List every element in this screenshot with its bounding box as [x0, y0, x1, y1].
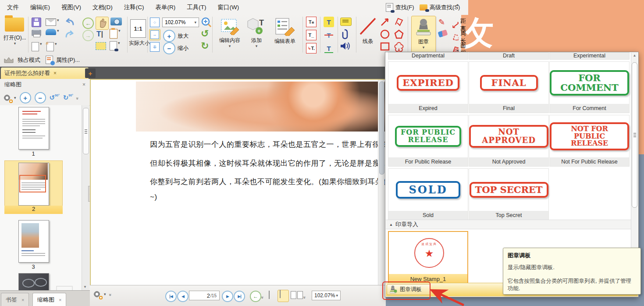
zoom-in-button[interactable]: +放大 — [163, 30, 189, 42]
actual-size-button[interactable]: 1:1 实际大小 — [129, 19, 147, 47]
typewriter-button[interactable]: T▦ — [306, 17, 317, 27]
scrollbar-thumb[interactable] — [632, 62, 637, 208]
stamp-item-expired[interactable]: EXPIRED Expired — [388, 61, 468, 113]
stamp-import-section-header[interactable]: ▲ 印章导入 — [386, 220, 632, 229]
search-doc-button[interactable]: ▾ — [110, 41, 120, 50]
line-tool-button[interactable]: 线条 — [359, 17, 377, 45]
rotate-cw-button[interactable]: ↻ — [201, 40, 209, 52]
single-page-layout-button[interactable] — [269, 291, 270, 299]
options-gear-icon[interactable] — [4, 94, 11, 101]
stamp-item-not-for-public-release[interactable]: NOT FOR PUBLIC RELEASE Not For Public Re… — [549, 115, 630, 167]
select-comments-button[interactable] — [96, 42, 106, 50]
pencil-tool-button[interactable]: ✎ — [438, 18, 445, 27]
viewport-rectangle[interactable] — [19, 175, 46, 192]
document-scrollbar[interactable] — [378, 80, 384, 285]
stamp-item-sold[interactable]: SOLD Sold — [388, 168, 468, 220]
print-button[interactable] — [32, 30, 41, 36]
highlight-text-button[interactable]: T — [324, 17, 334, 27]
more-icon[interactable]: » — [108, 293, 113, 295]
edit-form-button[interactable]: 编辑表单 — [270, 18, 300, 45]
previous-page-button[interactable]: ◀ — [177, 291, 189, 302]
thumb-zoom-in-button[interactable]: + — [20, 92, 31, 103]
thumb-zoom-out-button[interactable]: − — [35, 92, 46, 103]
close-icon[interactable]: × — [59, 297, 61, 302]
sticky-note-button[interactable] — [340, 18, 352, 26]
two-page-layout-button[interactable] — [291, 291, 303, 299]
fit-visible-button[interactable]: ⁜ — [150, 42, 160, 52]
tab-bookmarks[interactable]: 书签 × — [1, 293, 29, 306]
attach-file-button[interactable] — [341, 29, 349, 41]
back-button[interactable]: ← — [82, 18, 94, 29]
menu-comment[interactable]: 注释(C) — [124, 4, 144, 11]
view-history-more-icon[interactable]: » — [262, 292, 263, 300]
stamp-tool-button[interactable]: 图章 ▾ — [411, 16, 436, 54]
stamp-item-final[interactable]: FINAL Final — [469, 61, 549, 113]
last-page-button[interactable]: ▶| — [234, 291, 245, 302]
scrollbar-thumb[interactable] — [379, 82, 384, 174]
hand-tool-button[interactable] — [96, 17, 109, 30]
ellipse-tool-button[interactable] — [380, 29, 390, 41]
chevron-down-icon[interactable]: ▾ — [14, 96, 16, 100]
exclusive-mode-button[interactable]: 独占模式 — [4, 56, 40, 64]
stamp-item-not-approved[interactable]: NOT APPROVED Not Approved — [469, 115, 549, 167]
toolbar-overflow-icon[interactable]: ⏶ — [456, 3, 459, 7]
first-page-button[interactable]: |◀ — [165, 291, 177, 302]
sound-button[interactable] — [339, 41, 352, 53]
edit-content-button[interactable]: 编辑内容 ▾ — [216, 18, 244, 48]
menu-file[interactable]: 文件 — [7, 4, 19, 11]
menu-tools[interactable]: 工具(T) — [187, 4, 206, 11]
new-tab-button[interactable]: + — [85, 68, 96, 78]
email-button[interactable]: ▾ — [46, 18, 59, 26]
open-button[interactable]: 打开(O)... ▾ — [4, 18, 26, 46]
menu-form[interactable]: 表单(R) — [156, 4, 176, 11]
save-button[interactable] — [32, 18, 41, 27]
statusbar-zoom-combobox[interactable]: 102.07%▾ — [312, 291, 341, 300]
page-thumbnail-3[interactable] — [18, 220, 49, 263]
close-icon[interactable]: × — [21, 297, 24, 302]
more-tools-icon[interactable]: » — [75, 97, 80, 99]
layout-more-icon[interactable]: » — [304, 292, 306, 300]
next-page-button[interactable]: ▶ — [222, 291, 233, 302]
text-box-button[interactable]: T_ — [306, 30, 317, 40]
fit-page-button[interactable]: ⁘ — [150, 18, 160, 27]
eraser-tool-button[interactable] — [438, 31, 447, 36]
page-number-input[interactable]: 2/15 — [189, 291, 220, 300]
polyline-tool-button[interactable] — [394, 17, 404, 29]
menu-document[interactable]: 文档(D) — [93, 4, 113, 11]
stamp-item-label[interactable]: Draft — [469, 52, 549, 60]
chevron-down-icon[interactable]: ▾ — [104, 292, 106, 296]
add-content-button[interactable]: T+ 添加 ▾ — [246, 18, 267, 48]
scroll-down-icon[interactable]: ▼ — [83, 285, 87, 289]
stamp-item-for-public-release[interactable]: FOR PUBLIC RELEASE For Public Release — [388, 115, 468, 167]
scroll-up-icon[interactable]: ▲ — [631, 53, 638, 57]
fit-width-button[interactable]: ↔ — [149, 29, 160, 40]
stamp-item-label[interactable]: Experimental — [549, 52, 630, 60]
close-icon[interactable]: × — [53, 70, 57, 76]
rotate-right-90-button[interactable]: ↻90° — [63, 94, 73, 102]
thumbnails-list[interactable]: 1 2 3 — [0, 105, 82, 290]
find-button[interactable]: 查找(F) — [386, 2, 414, 13]
new-document-button[interactable]: ✳▾ — [46, 42, 57, 51]
page-thumbnail-1[interactable] — [18, 107, 49, 149]
export-button[interactable]: ▾ — [32, 42, 42, 51]
select-text-button[interactable]: T| — [96, 30, 103, 39]
stamp-item-top-secret[interactable]: TOP SECRET Top Secret — [469, 168, 549, 220]
zoom-combobox[interactable]: 102.07%▾ — [162, 18, 199, 27]
strikeout-text-button[interactable]: T — [324, 30, 334, 40]
fit-width-layout-button[interactable] — [278, 290, 289, 302]
page-thumbnail-2[interactable] — [18, 163, 49, 206]
advanced-find-button[interactable]: 高级查找(S) — [420, 2, 460, 13]
scrollbar-thumb[interactable] — [83, 108, 89, 154]
callout-button[interactable]: ↳T. — [306, 43, 317, 53]
scanner-button[interactable]: ▾ — [46, 29, 59, 35]
page-thumbnail-4[interactable] — [18, 273, 49, 290]
snapshot-button[interactable] — [110, 18, 122, 25]
menu-view[interactable]: 视图(V) — [61, 4, 81, 11]
arrow-tool-button[interactable] — [380, 17, 390, 29]
clipboard-button[interactable]: ▾ — [110, 29, 121, 39]
redo-button[interactable] — [64, 29, 75, 41]
previous-view-button[interactable]: ← — [250, 291, 261, 302]
close-icon[interactable]: × — [82, 82, 85, 88]
underline-text-button[interactable]: T — [324, 43, 334, 53]
menu-window[interactable]: 窗口(W) — [218, 4, 239, 11]
